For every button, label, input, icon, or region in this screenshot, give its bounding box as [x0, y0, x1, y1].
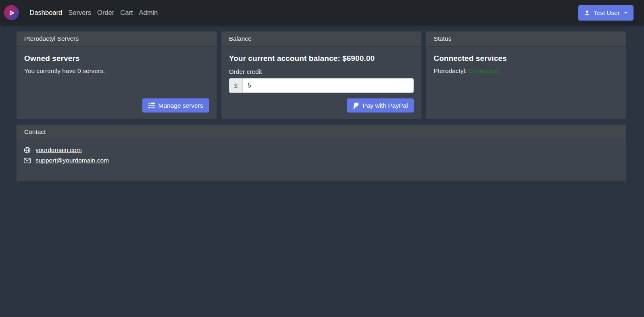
currency-prefix: $: [229, 78, 242, 93]
owned-servers-text: You currently have 0 servers.: [24, 67, 209, 75]
account-balance-title: Your current account balance: $6900.00: [229, 54, 414, 63]
globe-icon: [24, 147, 31, 154]
user-menu-label: Test User: [594, 9, 620, 17]
main-content: Pterodactyl Servers Owned servers You cu…: [0, 25, 644, 181]
user-menu-button[interactable]: Test User: [578, 5, 634, 21]
order-credit-input-group: $: [229, 78, 414, 93]
person-icon: [584, 10, 590, 16]
connected-services-title: Connected services: [434, 54, 619, 63]
top-navbar: Dashboard Servers Order Cart Admin Test …: [0, 0, 644, 25]
status-card-header: Status: [426, 31, 626, 47]
contact-row-email: support@yourdomain.com: [24, 157, 619, 164]
nav-links: Dashboard Servers Order Cart Admin: [27, 9, 161, 17]
order-credit-input[interactable]: [242, 78, 414, 93]
balance-card-header: Balance: [221, 31, 422, 47]
service-status-value: Connected: [468, 67, 498, 74]
server-stack-icon: [148, 102, 155, 108]
play-triangle-icon: [8, 9, 15, 17]
nav-item-dashboard[interactable]: Dashboard: [27, 9, 65, 17]
servers-card-header: Pterodactyl Servers: [17, 31, 217, 47]
website-link[interactable]: yourdomain.com: [35, 146, 82, 154]
pay-with-paypal-button[interactable]: Pay with PayPal: [347, 98, 414, 113]
support-email-link[interactable]: support@yourdomain.com: [35, 157, 109, 164]
service-status-line: Pterodactyl: Connected: [434, 67, 619, 75]
order-credit-label: Order credit: [229, 68, 414, 75]
contact-row-website: yourdomain.com: [24, 146, 619, 154]
contact-card-header: Contact: [17, 125, 626, 140]
owned-servers-title: Owned servers: [24, 54, 209, 63]
brand-logo[interactable]: [4, 5, 19, 20]
servers-card-body: Owned servers You currently have 0 serve…: [17, 47, 217, 119]
contact-card: Contact yourdomain.com: [17, 125, 626, 181]
manage-servers-label: Manage servers: [158, 102, 203, 109]
status-card: Status Connected services Pterodactyl: C…: [426, 31, 626, 119]
service-status-label: Pterodactyl:: [434, 67, 468, 74]
contact-card-body: yourdomain.com support@yourdomain.com: [17, 140, 626, 181]
nav-item-admin[interactable]: Admin: [136, 9, 161, 17]
cards-row: Pterodactyl Servers Owned servers You cu…: [17, 31, 626, 119]
manage-servers-button[interactable]: Manage servers: [142, 98, 209, 113]
envelope-icon: [24, 158, 31, 163]
balance-card: Balance Your current account balance: $6…: [221, 31, 422, 119]
pay-with-paypal-label: Pay with PayPal: [363, 102, 408, 109]
caret-down-icon: [624, 12, 628, 14]
status-card-body: Connected services Pterodactyl: Connecte…: [426, 47, 626, 119]
nav-item-servers[interactable]: Servers: [65, 9, 94, 17]
nav-item-cart[interactable]: Cart: [117, 9, 136, 17]
paypal-icon: [353, 102, 359, 109]
servers-card: Pterodactyl Servers Owned servers You cu…: [17, 31, 217, 119]
nav-item-order[interactable]: Order: [94, 9, 117, 17]
balance-card-body: Your current account balance: $6900.00 O…: [221, 47, 422, 119]
